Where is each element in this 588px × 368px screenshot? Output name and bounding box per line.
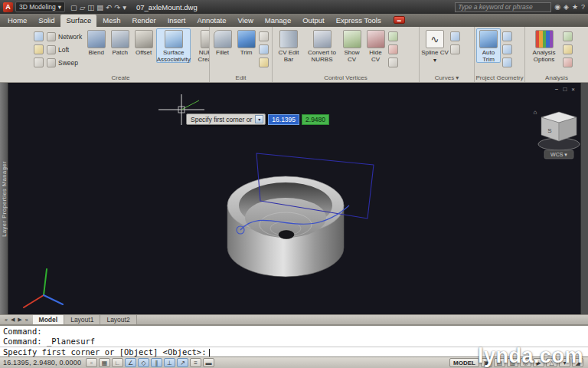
dynamic-input-x-field[interactable]: 16.1395	[268, 114, 299, 125]
autocad-app-icon[interactable]: A	[3, 2, 13, 12]
plot-button[interactable]: ▤	[96, 3, 103, 12]
prev-layout-button[interactable]: ◀	[11, 317, 15, 323]
add-cv-mini-icon[interactable]	[388, 31, 398, 41]
qat-customize-button[interactable]: ▾	[122, 3, 126, 12]
extend-mini-icon[interactable]	[259, 44, 269, 54]
project-to-view-mini-icon[interactable]	[502, 44, 512, 54]
restore-icon[interactable]: □	[563, 86, 567, 93]
dynamic-input-y-field[interactable]: 2.9480	[302, 114, 329, 125]
trim-button[interactable]: Trim	[235, 28, 257, 56]
minimize-icon[interactable]: −	[555, 86, 559, 93]
first-layout-button[interactable]: «	[5, 317, 8, 323]
project-to-ucs-mini-icon[interactable]	[502, 31, 512, 41]
surface-associativity-button[interactable]: Surface Associativity	[156, 28, 191, 63]
grid-toggle[interactable]: ▦	[99, 358, 110, 367]
nurbs-creation-button[interactable]: NURBS Creation	[192, 28, 210, 63]
palette-title: Layer Properties Manager	[1, 161, 8, 237]
spline-freehand-mini-icon[interactable]	[450, 31, 460, 41]
ducs-toggle[interactable]: ⊥	[164, 358, 175, 367]
next-layout-button[interactable]: ▶	[18, 317, 21, 323]
otrack-toggle[interactable]: ∥	[151, 358, 162, 367]
undo-button[interactable]: ↶	[106, 3, 112, 12]
ribbon-panel-create: Network Loft Sweep Blend	[32, 27, 210, 82]
patch-label: Patch	[112, 49, 127, 56]
tab-layout2[interactable]: Layout2	[100, 315, 136, 324]
tab-model[interactable]: Model	[33, 315, 65, 324]
tab-mesh[interactable]: Mesh	[97, 15, 126, 27]
tab-insert[interactable]: Insert	[162, 15, 191, 27]
auto-trim-button[interactable]: Auto Trim	[476, 28, 501, 63]
draft-analysis-mini-icon[interactable]	[563, 58, 573, 67]
save-button[interactable]: ◫	[87, 3, 94, 12]
blend-button[interactable]: Blend	[85, 28, 107, 56]
lineweight-toggle[interactable]: ≡	[190, 358, 201, 367]
last-layout-button[interactable]: »	[25, 317, 28, 323]
new-file-button[interactable]: ▢	[70, 3, 77, 12]
search-input[interactable]	[455, 2, 551, 12]
quick-access-toolbar: ▢ ▱ ◫ ▤ ↶ ↷ ▾	[70, 3, 126, 12]
project-to-vector-mini-icon[interactable]	[502, 58, 512, 67]
drawing-window-controls: − □ ×	[555, 86, 575, 93]
loft-button[interactable]: Loft	[45, 44, 83, 56]
network-button[interactable]: Network	[45, 31, 83, 43]
ortho-toggle[interactable]: ∟	[112, 358, 123, 367]
drawing-viewport[interactable]: S ⌂ WCS ▾ − □ × Specify first corner or …	[8, 83, 580, 314]
curvature-analysis-mini-icon[interactable]	[563, 44, 573, 54]
snap-toggle[interactable]: ▫	[86, 358, 97, 367]
sweep-button[interactable]: Sweep	[45, 57, 83, 69]
tab-home[interactable]: Home	[2, 15, 32, 27]
tab-express-tools[interactable]: Express Tools	[331, 15, 387, 27]
tab-manage[interactable]: Manage	[260, 15, 296, 27]
zebra-analysis-mini-icon[interactable]	[563, 31, 573, 41]
ribbon-tab-bar: Home Solid Surface Mesh Render Insert An…	[0, 14, 588, 27]
polar-toggle[interactable]: ∠	[125, 358, 136, 367]
model-space-button[interactable]: MODEL	[449, 358, 479, 367]
search-icon[interactable]: ◉	[554, 3, 560, 11]
dynamic-input-toggle[interactable]: ↗	[177, 358, 188, 367]
open-file-button[interactable]: ▱	[80, 3, 85, 12]
cv-edit-bar-button[interactable]: CV Edit Bar	[274, 28, 303, 63]
dynamic-input-options-icon[interactable]: ▾	[255, 115, 263, 123]
sculpt-mini-icon[interactable]	[259, 58, 269, 67]
curves-panel-expand-icon[interactable]: ▾	[456, 74, 459, 82]
spline-cv-button[interactable]: ∿ Spline CV ▾	[421, 28, 449, 64]
convert-to-nurbs-button[interactable]: Convert to NURBS	[305, 28, 339, 63]
surface-network-mini-icon[interactable]	[34, 31, 44, 41]
viewcube-home-icon[interactable]: ⌂	[534, 109, 537, 116]
redo-button[interactable]: ↷	[114, 3, 120, 12]
tab-render[interactable]: Render	[126, 15, 161, 27]
blend-curve-mini-icon[interactable]	[450, 44, 460, 54]
tab-view[interactable]: View	[232, 15, 258, 27]
application-window: A 3D Modeling ▾ ▢ ▱ ◫ ▤ ↶ ↷ ▾ 07_axleMou…	[0, 0, 588, 368]
tab-solid[interactable]: Solid	[33, 15, 60, 27]
viewcube[interactable]: S ⌂ WCS ▾	[534, 109, 580, 159]
tab-output[interactable]: Output	[297, 15, 330, 27]
coordinate-readout[interactable]: 16.1395, 2.9480, 0.0000	[3, 359, 84, 366]
show-cv-button[interactable]: Show CV	[341, 28, 363, 63]
quick-properties-toggle[interactable]: ▬	[203, 358, 214, 367]
surface-loft-mini-icon[interactable]	[34, 44, 44, 54]
help-icon[interactable]: ?	[581, 3, 585, 11]
tab-surface[interactable]: Surface	[60, 15, 96, 27]
offset-button[interactable]: Offset	[132, 28, 155, 56]
close-icon[interactable]: ×	[571, 86, 575, 93]
rebuild-mini-icon[interactable]	[388, 58, 398, 67]
remove-cv-mini-icon[interactable]	[388, 44, 398, 54]
ribbon-left-spacer	[0, 27, 32, 82]
fillet-button[interactable]: Fillet	[211, 28, 234, 56]
workspace-switcher[interactable]: 3D Modeling ▾	[15, 2, 65, 12]
fillet-icon	[214, 30, 232, 48]
spline-cv-dropdown-icon[interactable]: ▾	[433, 57, 436, 64]
surface-sweep-mini-icon[interactable]	[34, 58, 44, 67]
tab-layout1[interactable]: Layout1	[64, 315, 100, 324]
patch-button[interactable]: Patch	[109, 28, 131, 56]
favorites-icon[interactable]: ★	[572, 3, 578, 11]
osnap-toggle[interactable]: ◇	[138, 358, 149, 367]
axle-mount-model[interactable]	[227, 176, 344, 277]
analysis-options-button[interactable]: Analysis Options	[527, 28, 561, 63]
hide-cv-button[interactable]: Hide CV	[364, 28, 387, 63]
layer-properties-manager-palette[interactable]: Layer Properties Manager	[0, 83, 8, 314]
communication-center-icon[interactable]: ◈	[564, 3, 569, 11]
tab-annotate[interactable]: Annotate	[191, 15, 231, 27]
untrim-mini-icon[interactable]	[259, 31, 269, 41]
